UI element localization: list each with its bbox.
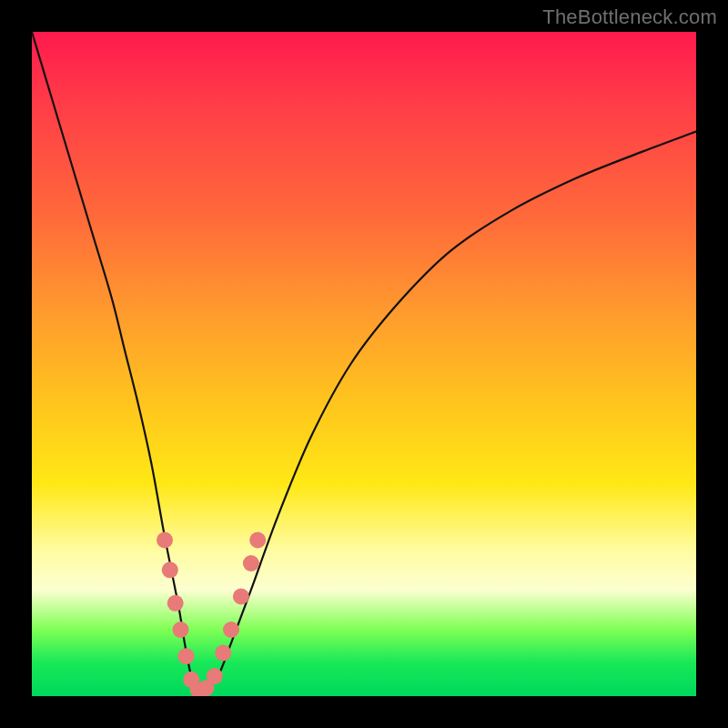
marker-dot (243, 555, 259, 571)
marker-dot (162, 561, 178, 578)
plot-area (32, 32, 696, 696)
marker-dot (207, 668, 223, 684)
marker-dot (177, 648, 194, 664)
marker-dot (157, 532, 173, 549)
watermark-text: TheBottleneck.com (542, 5, 717, 29)
marker-dot (167, 595, 184, 612)
marker-dot (233, 589, 249, 605)
marker-dot (215, 645, 231, 662)
marker-dot (223, 622, 239, 638)
highlighted-points (157, 532, 266, 697)
marker-dot (173, 622, 189, 638)
bottleneck-curve (32, 32, 696, 692)
chart-frame: TheBottleneck.com (0, 0, 728, 728)
curve-layer (32, 32, 696, 696)
marker-dot (249, 532, 266, 549)
